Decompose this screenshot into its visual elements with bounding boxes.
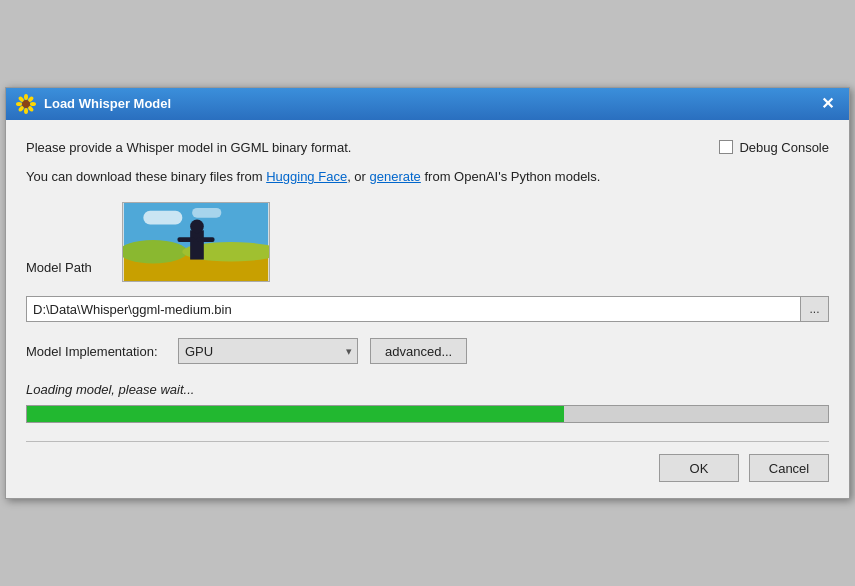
debug-console-checkbox[interactable] bbox=[719, 140, 733, 154]
debug-console-label: Debug Console bbox=[739, 140, 829, 155]
svg-point-1 bbox=[24, 94, 28, 100]
model-path-label: Model Path bbox=[26, 202, 106, 275]
link-row: You can download these binary files from… bbox=[26, 167, 829, 188]
title-bar: Load Whisper Model ✕ bbox=[6, 88, 849, 120]
impl-label: Model Implementation: bbox=[26, 344, 166, 359]
progress-bar-fill bbox=[27, 406, 564, 422]
svg-point-3 bbox=[16, 102, 22, 106]
svg-point-2 bbox=[24, 108, 28, 114]
hugging-face-link[interactable]: Hugging Face bbox=[266, 169, 347, 184]
description-middle: , or bbox=[347, 169, 369, 184]
browse-button[interactable]: ... bbox=[801, 296, 829, 322]
main-window: Load Whisper Model ✕ Please provide a Wh… bbox=[5, 87, 850, 499]
svg-point-4 bbox=[30, 102, 36, 106]
impl-select[interactable]: GPU CPU Auto bbox=[178, 338, 358, 364]
model-path-row: Model Path bbox=[26, 202, 829, 282]
loading-text: Loading model, please wait... bbox=[26, 382, 829, 397]
model-thumbnail bbox=[122, 202, 270, 282]
progress-bar-container bbox=[26, 405, 829, 423]
sunflower-icon bbox=[16, 94, 36, 114]
debug-console-area: Debug Console bbox=[719, 140, 829, 155]
description-text-1: Please provide a Whisper model in GGML b… bbox=[26, 138, 699, 158]
impl-row: Model Implementation: GPU CPU Auto advan… bbox=[26, 338, 829, 364]
svg-rect-11 bbox=[192, 208, 221, 218]
impl-select-wrapper: GPU CPU Auto bbox=[178, 338, 358, 364]
top-row: Please provide a Whisper model in GGML b… bbox=[26, 138, 829, 158]
model-path-input[interactable] bbox=[26, 296, 801, 322]
svg-rect-17 bbox=[177, 237, 195, 242]
title-bar-text: Load Whisper Model bbox=[44, 96, 815, 111]
window-content: Please provide a Whisper model in GGML b… bbox=[6, 120, 849, 498]
cancel-button[interactable]: Cancel bbox=[749, 454, 829, 482]
description-prefix: You can download these binary files from bbox=[26, 169, 266, 184]
description-suffix: from OpenAI's Python models. bbox=[421, 169, 601, 184]
svg-rect-18 bbox=[197, 237, 215, 242]
close-button[interactable]: ✕ bbox=[815, 94, 839, 114]
svg-rect-15 bbox=[190, 230, 204, 259]
button-row: OK Cancel bbox=[26, 454, 829, 482]
path-input-row: ... bbox=[26, 296, 829, 322]
svg-rect-10 bbox=[143, 211, 182, 225]
ok-button[interactable]: OK bbox=[659, 454, 739, 482]
thumbnail-image bbox=[123, 203, 269, 281]
advanced-button[interactable]: advanced... bbox=[370, 338, 467, 364]
svg-point-16 bbox=[190, 220, 204, 234]
divider bbox=[26, 441, 829, 442]
generate-link[interactable]: generate bbox=[370, 169, 421, 184]
